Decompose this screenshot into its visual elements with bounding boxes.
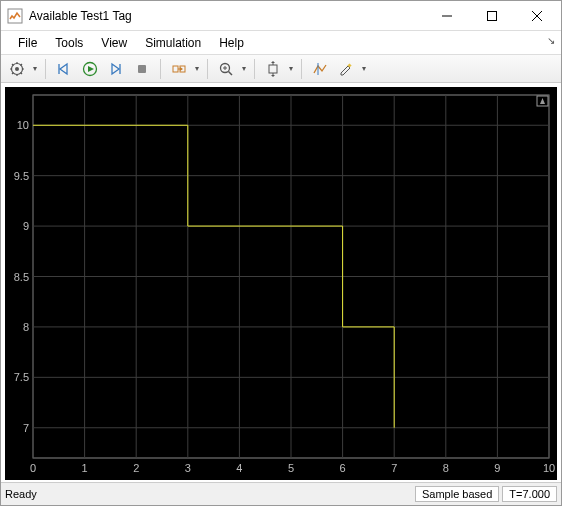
svg-marker-25 [180, 67, 183, 71]
svg-marker-32 [271, 61, 275, 63]
close-button[interactable] [514, 1, 559, 30]
zoom-button[interactable] [214, 57, 238, 81]
statusbar: Ready Sample based T=7.000 [1, 482, 561, 504]
window-title: Available Test1 Tag [29, 9, 424, 23]
stop-button[interactable] [130, 57, 154, 81]
trigger-button[interactable] [167, 57, 191, 81]
separator [254, 59, 255, 79]
svg-text:9.5: 9.5 [14, 170, 29, 182]
run-button[interactable] [78, 57, 102, 81]
app-icon [7, 8, 23, 24]
menubar: File Tools View Simulation Help ↘ [1, 31, 561, 54]
svg-marker-18 [88, 66, 94, 72]
toolbar: ▾ ▾ ▾ ▾ ▾ [1, 54, 561, 83]
measure-button[interactable] [308, 57, 332, 81]
svg-text:5: 5 [288, 462, 294, 474]
svg-rect-37 [347, 63, 351, 67]
svg-rect-30 [269, 65, 277, 73]
trigger-dropdown[interactable]: ▾ [193, 64, 201, 73]
svg-text:10: 10 [543, 462, 555, 474]
svg-text:8.5: 8.5 [14, 271, 29, 283]
separator [160, 59, 161, 79]
svg-marker-15 [60, 64, 67, 74]
svg-rect-21 [138, 65, 146, 73]
minimize-button[interactable] [424, 1, 469, 30]
svg-text:0: 0 [30, 462, 36, 474]
autoscale-button[interactable] [261, 57, 285, 81]
separator [45, 59, 46, 79]
svg-marker-36 [341, 66, 350, 75]
status-ready: Ready [5, 488, 412, 500]
svg-marker-19 [112, 64, 119, 74]
svg-text:3: 3 [185, 462, 191, 474]
svg-text:7: 7 [23, 422, 29, 434]
tearoff-icon[interactable]: ↘ [547, 35, 555, 46]
svg-text:6: 6 [340, 462, 346, 474]
step-back-button[interactable] [52, 57, 76, 81]
svg-rect-2 [487, 11, 496, 20]
menu-file[interactable]: File [9, 33, 46, 53]
highlight-button[interactable] [334, 57, 358, 81]
svg-text:8: 8 [23, 321, 29, 333]
separator [301, 59, 302, 79]
svg-text:2: 2 [133, 462, 139, 474]
step-forward-button[interactable] [104, 57, 128, 81]
svg-text:4: 4 [236, 462, 242, 474]
maximize-button[interactable] [469, 1, 514, 30]
status-mode: Sample based [415, 486, 499, 502]
svg-text:8: 8 [443, 462, 449, 474]
configure-button[interactable] [5, 57, 29, 81]
scope-plot[interactable]: 01234567891077.588.599.510 [5, 87, 557, 480]
menu-simulation[interactable]: Simulation [136, 33, 210, 53]
configure-dropdown[interactable]: ▾ [31, 64, 39, 73]
svg-text:1: 1 [82, 462, 88, 474]
svg-text:10: 10 [17, 119, 29, 131]
menu-view[interactable]: View [92, 33, 136, 53]
titlebar: Available Test1 Tag [1, 1, 561, 31]
menu-tools[interactable]: Tools [46, 33, 92, 53]
svg-rect-22 [173, 66, 178, 72]
separator [207, 59, 208, 79]
svg-text:7.5: 7.5 [14, 371, 29, 383]
highlight-dropdown[interactable]: ▾ [360, 64, 368, 73]
svg-marker-34 [271, 75, 275, 77]
plot-container: 01234567891077.588.599.510 [1, 83, 561, 482]
svg-text:9: 9 [23, 220, 29, 232]
svg-text:9: 9 [494, 462, 500, 474]
svg-line-27 [229, 71, 233, 75]
status-time: T=7.000 [502, 486, 557, 502]
menu-help[interactable]: Help [210, 33, 253, 53]
svg-point-6 [15, 67, 19, 71]
autoscale-dropdown[interactable]: ▾ [287, 64, 295, 73]
zoom-dropdown[interactable]: ▾ [240, 64, 248, 73]
svg-text:7: 7 [391, 462, 397, 474]
